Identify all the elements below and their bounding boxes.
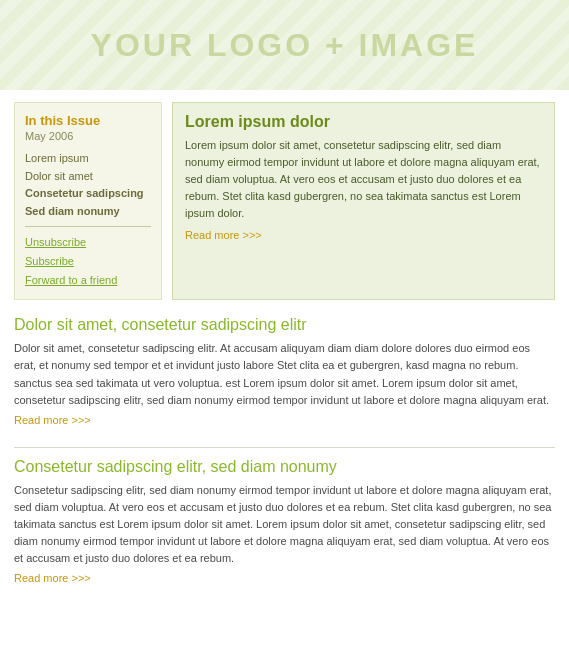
featured-article-box: Lorem ipsum dolor Lorem ipsum dolor sit … <box>172 102 555 300</box>
two-column-section: In this Issue May 2006 Lorem ipsum Dolor… <box>14 102 555 300</box>
article-1: Dolor sit amet, consetetur sadipscing el… <box>14 316 555 432</box>
featured-read-more[interactable]: Read more >>> <box>185 229 262 241</box>
article-1-read-more[interactable]: Read more >>> <box>14 414 91 426</box>
article-2-title: Consetetur sadipscing elitr, sed diam no… <box>14 458 555 476</box>
featured-body: Lorem ipsum dolor sit amet, consetetur s… <box>185 137 542 222</box>
featured-title: Lorem ipsum dolor <box>185 113 542 131</box>
section-divider <box>14 447 555 448</box>
main-content: In this Issue May 2006 Lorem ipsum Dolor… <box>0 90 569 617</box>
header-banner: YOUR LOGO + IMAGE <box>0 0 569 90</box>
sidebar-link-3[interactable]: Consetetur sadipscing <box>25 185 151 203</box>
article-1-title: Dolor sit amet, consetetur sadipscing el… <box>14 316 555 334</box>
sidebar: In this Issue May 2006 Lorem ipsum Dolor… <box>14 102 162 300</box>
forward-link[interactable]: Forward to a friend <box>25 271 151 290</box>
sidebar-date: May 2006 <box>25 130 151 142</box>
sidebar-link-1[interactable]: Lorem ipsum <box>25 150 151 168</box>
article-2-body: Consetetur sadipscing elitr, sed diam no… <box>14 482 555 567</box>
article-2: Consetetur sadipscing elitr, sed diam no… <box>14 458 555 591</box>
sidebar-link-2[interactable]: Dolor sit amet <box>25 168 151 186</box>
article-2-read-more[interactable]: Read more >>> <box>14 572 91 584</box>
article-1-body: Dolor sit amet, consetetur sadipscing el… <box>14 340 555 408</box>
sidebar-link-4[interactable]: Sed diam nonumy <box>25 203 151 221</box>
subscribe-link[interactable]: Subscribe <box>25 252 151 271</box>
unsubscribe-link[interactable]: Unsubscribe <box>25 233 151 252</box>
sidebar-heading: In this Issue <box>25 113 151 128</box>
header-logo-text: YOUR LOGO + IMAGE <box>91 27 479 64</box>
sidebar-divider <box>25 226 151 227</box>
